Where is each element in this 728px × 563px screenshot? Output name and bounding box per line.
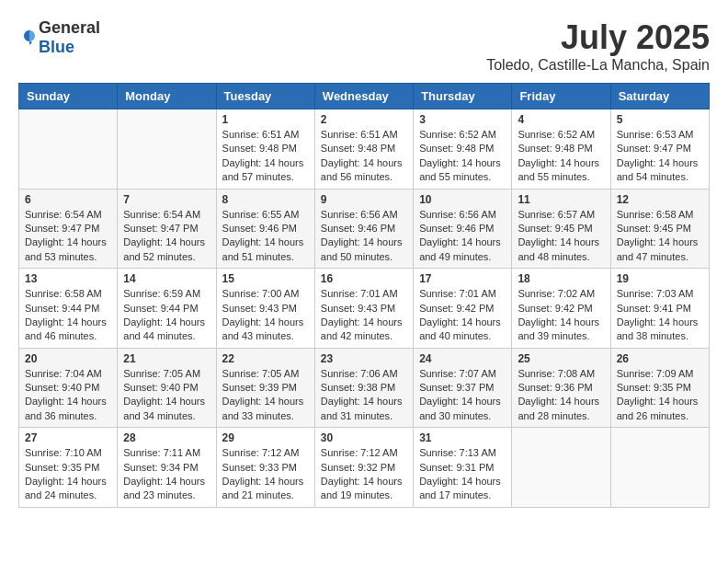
day-info: Sunrise: 7:04 AM Sunset: 9:40 PM Dayligh… [25, 367, 111, 424]
day-number: 30 [321, 431, 407, 444]
day-number: 8 [222, 193, 309, 206]
calendar-cell: 29Sunrise: 7:12 AM Sunset: 9:33 PM Dayli… [216, 428, 314, 508]
day-number: 5 [617, 113, 703, 126]
calendar-cell: 20Sunrise: 7:04 AM Sunset: 9:40 PM Dayli… [19, 348, 118, 428]
calendar-cell: 3Sunrise: 6:52 AM Sunset: 9:48 PM Daylig… [414, 109, 512, 190]
calendar-cell [512, 428, 610, 508]
day-number: 28 [123, 431, 210, 444]
day-info: Sunrise: 7:12 AM Sunset: 9:32 PM Dayligh… [321, 446, 407, 503]
day-number: 11 [518, 193, 604, 206]
calendar-cell [610, 428, 709, 508]
weekday-header-wednesday: Wednesday [314, 84, 413, 109]
logo-blue: Blue [39, 38, 74, 56]
calendar-cell: 23Sunrise: 7:06 AM Sunset: 9:38 PM Dayli… [314, 348, 413, 428]
calendar-cell: 10Sunrise: 6:56 AM Sunset: 9:46 PM Dayli… [414, 189, 512, 269]
day-info: Sunrise: 6:56 AM Sunset: 9:46 PM Dayligh… [321, 208, 407, 265]
calendar-week-5: 27Sunrise: 7:10 AM Sunset: 9:35 PM Dayli… [19, 428, 710, 508]
day-info: Sunrise: 7:06 AM Sunset: 9:38 PM Dayligh… [321, 367, 407, 424]
day-number: 19 [617, 272, 703, 285]
calendar-table: SundayMondayTuesdayWednesdayThursdayFrid… [18, 83, 710, 508]
day-number: 31 [419, 431, 506, 444]
calendar-week-2: 6Sunrise: 6:54 AM Sunset: 9:47 PM Daylig… [19, 189, 710, 269]
calendar-cell: 15Sunrise: 7:00 AM Sunset: 9:43 PM Dayli… [216, 269, 314, 349]
calendar-cell [19, 109, 118, 190]
calendar-cell: 13Sunrise: 6:58 AM Sunset: 9:44 PM Dayli… [19, 269, 118, 349]
calendar-cell: 8Sunrise: 6:55 AM Sunset: 9:46 PM Daylig… [216, 189, 314, 269]
day-info: Sunrise: 7:01 AM Sunset: 9:43 PM Dayligh… [321, 287, 407, 344]
calendar-cell: 27Sunrise: 7:10 AM Sunset: 9:35 PM Dayli… [19, 428, 118, 508]
weekday-header-row: SundayMondayTuesdayWednesdayThursdayFrid… [19, 84, 710, 109]
calendar-cell [118, 109, 216, 190]
page-header: General Blue July 2025 Toledo, Castille-… [18, 18, 710, 74]
calendar-cell: 18Sunrise: 7:02 AM Sunset: 9:42 PM Dayli… [512, 269, 610, 349]
day-info: Sunrise: 7:11 AM Sunset: 9:34 PM Dayligh… [123, 446, 210, 503]
day-number: 29 [222, 431, 309, 444]
calendar-cell: 1Sunrise: 6:51 AM Sunset: 9:48 PM Daylig… [216, 109, 314, 190]
day-info: Sunrise: 6:51 AM Sunset: 9:48 PM Dayligh… [321, 128, 407, 185]
day-info: Sunrise: 7:07 AM Sunset: 9:37 PM Dayligh… [419, 367, 506, 424]
day-number: 20 [25, 352, 111, 365]
calendar-week-3: 13Sunrise: 6:58 AM Sunset: 9:44 PM Dayli… [19, 269, 710, 349]
day-number: 17 [419, 272, 506, 285]
day-number: 12 [617, 193, 703, 206]
day-number: 1 [222, 113, 309, 126]
calendar-cell: 7Sunrise: 6:54 AM Sunset: 9:47 PM Daylig… [118, 189, 216, 269]
day-info: Sunrise: 6:52 AM Sunset: 9:48 PM Dayligh… [419, 128, 506, 185]
day-info: Sunrise: 6:58 AM Sunset: 9:44 PM Dayligh… [25, 287, 111, 344]
logo-icon [20, 29, 39, 47]
calendar-cell: 12Sunrise: 6:58 AM Sunset: 9:45 PM Dayli… [610, 189, 709, 269]
day-info: Sunrise: 6:58 AM Sunset: 9:45 PM Dayligh… [617, 208, 703, 265]
day-number: 16 [321, 272, 407, 285]
calendar-cell: 31Sunrise: 7:13 AM Sunset: 9:31 PM Dayli… [414, 428, 512, 508]
calendar-cell: 9Sunrise: 6:56 AM Sunset: 9:46 PM Daylig… [314, 189, 413, 269]
calendar-cell: 11Sunrise: 6:57 AM Sunset: 9:45 PM Dayli… [512, 189, 610, 269]
day-number: 10 [419, 193, 506, 206]
calendar-cell: 25Sunrise: 7:08 AM Sunset: 9:36 PM Dayli… [512, 348, 610, 428]
weekday-header-thursday: Thursday [414, 84, 512, 109]
day-number: 15 [222, 272, 309, 285]
location-title: Toledo, Castille-La Mancha, Spain [486, 57, 710, 74]
day-number: 9 [321, 193, 407, 206]
calendar-cell: 28Sunrise: 7:11 AM Sunset: 9:34 PM Dayli… [118, 428, 216, 508]
day-number: 3 [419, 113, 506, 126]
day-number: 24 [419, 352, 506, 365]
calendar-cell: 5Sunrise: 6:53 AM Sunset: 9:47 PM Daylig… [610, 109, 709, 190]
day-info: Sunrise: 6:56 AM Sunset: 9:46 PM Dayligh… [419, 208, 506, 265]
day-info: Sunrise: 6:52 AM Sunset: 9:48 PM Dayligh… [518, 128, 604, 185]
calendar-cell: 19Sunrise: 7:03 AM Sunset: 9:41 PM Dayli… [610, 269, 709, 349]
day-info: Sunrise: 7:05 AM Sunset: 9:40 PM Dayligh… [123, 367, 210, 424]
day-number: 27 [25, 431, 111, 444]
day-info: Sunrise: 6:53 AM Sunset: 9:47 PM Dayligh… [617, 128, 703, 185]
day-info: Sunrise: 7:10 AM Sunset: 9:35 PM Dayligh… [25, 446, 111, 503]
weekday-header-friday: Friday [512, 84, 610, 109]
calendar-week-1: 1Sunrise: 6:51 AM Sunset: 9:48 PM Daylig… [19, 109, 710, 190]
calendar-cell: 6Sunrise: 6:54 AM Sunset: 9:47 PM Daylig… [19, 189, 118, 269]
calendar-cell: 26Sunrise: 7:09 AM Sunset: 9:35 PM Dayli… [610, 348, 709, 428]
calendar-cell: 16Sunrise: 7:01 AM Sunset: 9:43 PM Dayli… [314, 269, 413, 349]
day-number: 26 [617, 352, 703, 365]
weekday-header-saturday: Saturday [610, 84, 709, 109]
day-number: 6 [25, 193, 111, 206]
day-info: Sunrise: 7:05 AM Sunset: 9:39 PM Dayligh… [222, 367, 309, 424]
calendar-cell: 22Sunrise: 7:05 AM Sunset: 9:39 PM Dayli… [216, 348, 314, 428]
calendar-cell: 24Sunrise: 7:07 AM Sunset: 9:37 PM Dayli… [414, 348, 512, 428]
day-info: Sunrise: 7:12 AM Sunset: 9:33 PM Dayligh… [222, 446, 309, 503]
day-info: Sunrise: 7:02 AM Sunset: 9:42 PM Dayligh… [518, 287, 604, 344]
calendar-week-4: 20Sunrise: 7:04 AM Sunset: 9:40 PM Dayli… [19, 348, 710, 428]
logo-general: General [39, 18, 100, 37]
day-info: Sunrise: 7:01 AM Sunset: 9:42 PM Dayligh… [419, 287, 506, 344]
day-number: 25 [518, 352, 604, 365]
day-info: Sunrise: 7:03 AM Sunset: 9:41 PM Dayligh… [617, 287, 703, 344]
weekday-header-tuesday: Tuesday [216, 84, 314, 109]
day-number: 7 [123, 193, 210, 206]
title-block: July 2025 Toledo, Castille-La Mancha, Sp… [486, 18, 710, 74]
day-info: Sunrise: 6:51 AM Sunset: 9:48 PM Dayligh… [222, 128, 309, 185]
day-number: 22 [222, 352, 309, 365]
logo: General Blue [18, 18, 100, 57]
calendar-cell: 14Sunrise: 6:59 AM Sunset: 9:44 PM Dayli… [118, 269, 216, 349]
day-number: 23 [321, 352, 407, 365]
day-info: Sunrise: 7:09 AM Sunset: 9:35 PM Dayligh… [617, 367, 703, 424]
day-number: 21 [123, 352, 210, 365]
month-title: July 2025 [486, 18, 710, 57]
calendar-cell: 17Sunrise: 7:01 AM Sunset: 9:42 PM Dayli… [414, 269, 512, 349]
